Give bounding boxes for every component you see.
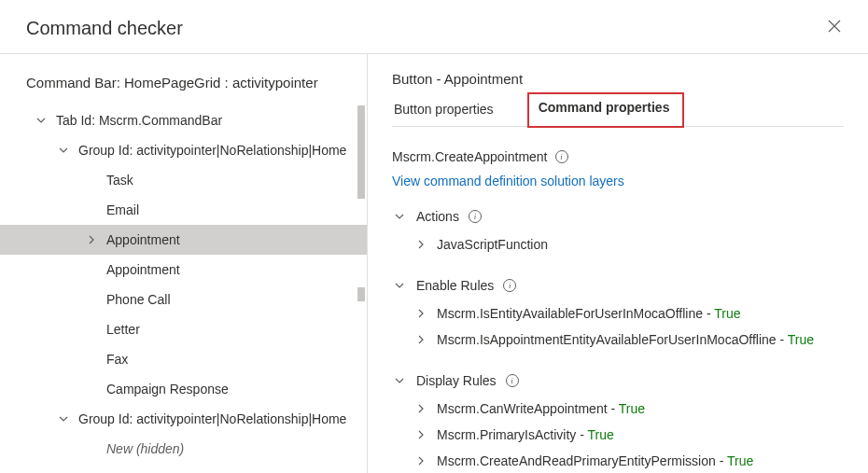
right-panel: Button - Appointment Button properties C…: [368, 54, 868, 473]
tree-label: Task: [99, 173, 133, 188]
section-header[interactable]: Actions i: [392, 209, 844, 224]
command-name: Mscrm.CreateAppointment: [392, 149, 548, 164]
dialog-title: Command checker: [26, 18, 183, 39]
rule-item[interactable]: Mscrm.CreateAndReadPrimaryEntityPermissi…: [392, 448, 844, 473]
tree-item-appointment[interactable]: Appointment: [0, 225, 367, 255]
chevron-down-icon: [392, 373, 407, 388]
actions-section: Actions i JavaScriptFunction: [392, 209, 844, 257]
tree-label: Fax: [99, 352, 128, 367]
rule-name: Mscrm.IsAppointmentEntityAvailableForUse…: [437, 332, 777, 347]
tree-item-campaign[interactable]: Campaign Response: [0, 374, 367, 404]
info-icon[interactable]: i: [506, 374, 519, 387]
action-label: JavaScriptFunction: [437, 237, 548, 252]
display-rules-section: Display Rules i Mscrm.CanWriteAppointmen…: [392, 373, 844, 473]
close-icon: [827, 19, 842, 37]
rule-value: True: [788, 332, 814, 347]
scrollbar-thumb[interactable]: [357, 105, 365, 199]
command-name-row: Mscrm.CreateAppointment i: [392, 149, 844, 164]
chevron-right-icon: [84, 232, 99, 247]
tree-label: Email: [99, 202, 139, 217]
rule-name: Mscrm.PrimaryIsActivity: [437, 427, 576, 442]
button-title: Button - Appointment: [392, 71, 844, 87]
tree-item-new-hidden[interactable]: New (hidden): [0, 434, 367, 464]
left-panel: Command Bar: HomePageGrid : activitypoin…: [0, 54, 368, 473]
chevron-right-icon: [416, 237, 426, 252]
section-header[interactable]: Display Rules i: [392, 373, 844, 388]
chevron-right-icon: [416, 453, 426, 468]
breadcrumb-title: Command Bar: HomePageGrid : activitypoin…: [0, 71, 367, 105]
rule-value: True: [619, 401, 645, 416]
tree-label: Appointment: [99, 232, 180, 247]
action-item[interactable]: JavaScriptFunction: [392, 231, 844, 257]
tree-label: Appointment: [99, 262, 180, 277]
chevron-down-icon: [56, 143, 71, 158]
section-header[interactable]: Enable Rules i: [392, 278, 844, 293]
dialog-header: Command checker: [0, 0, 868, 54]
content: Command Bar: HomePageGrid : activitypoin…: [0, 54, 868, 473]
section-label: Actions: [416, 209, 459, 224]
info-icon[interactable]: i: [503, 279, 516, 292]
tree-item-appointment-2[interactable]: Appointment: [0, 255, 367, 285]
tree-label: Group Id: activitypointer|NoRelationship…: [71, 143, 346, 158]
tree-item-task[interactable]: Task: [0, 165, 367, 195]
tree-label: Group Id: activitypointer|NoRelationship…: [71, 411, 346, 426]
section-label: Display Rules: [416, 373, 497, 388]
tree: Tab Id: Mscrm.CommandBar Group Id: activ…: [0, 105, 367, 464]
chevron-right-icon: [416, 401, 426, 416]
rule-value: True: [727, 453, 753, 468]
tab-command-properties[interactable]: Command properties: [527, 92, 685, 128]
tree-label: Campaign Response: [99, 382, 229, 396]
tabs: Button properties Command properties: [392, 94, 844, 127]
tab-button-properties[interactable]: Button properties: [392, 94, 509, 126]
tree-item-letter[interactable]: Letter: [0, 314, 367, 344]
chevron-down-icon: [56, 411, 71, 426]
chevron-right-icon: [416, 306, 426, 321]
tree-item-fax[interactable]: Fax: [0, 344, 367, 374]
rule-value: True: [588, 427, 614, 442]
chevron-right-icon: [416, 427, 426, 442]
tree-label: New (hidden): [99, 441, 184, 456]
rule-value: True: [714, 306, 740, 321]
chevron-down-icon: [34, 113, 49, 128]
rule-item[interactable]: Mscrm.CanWriteAppointment - True: [392, 396, 844, 422]
rule-item[interactable]: Mscrm.IsEntityAvailableForUserInMocaOffl…: [392, 300, 844, 327]
rule-name: Mscrm.CreateAndReadPrimaryEntityPermissi…: [437, 453, 716, 468]
scrollbar-thumb[interactable]: [357, 287, 365, 301]
rule-item[interactable]: Mscrm.IsAppointmentEntityAvailableForUse…: [392, 327, 844, 353]
close-button[interactable]: [823, 15, 846, 42]
rule-name: Mscrm.CanWriteAppointment: [437, 401, 608, 416]
tree-item-phonecall[interactable]: Phone Call: [0, 285, 367, 314]
tree-tab[interactable]: Tab Id: Mscrm.CommandBar: [0, 105, 367, 135]
rule-item[interactable]: Mscrm.PrimaryIsActivity - True: [392, 422, 844, 448]
tree-label: Phone Call: [99, 292, 171, 307]
tree-label: Tab Id: Mscrm.CommandBar: [49, 113, 222, 128]
rule-name: Mscrm.IsEntityAvailableForUserInMocaOffl…: [437, 306, 703, 321]
chevron-right-icon: [416, 332, 426, 347]
enable-rules-section: Enable Rules i Mscrm.IsEntityAvailableFo…: [392, 278, 844, 353]
chevron-down-icon: [392, 278, 407, 293]
view-solution-layers-link[interactable]: View command definition solution layers: [392, 174, 844, 188]
chevron-down-icon: [392, 209, 407, 224]
tree-group[interactable]: Group Id: activitypointer|NoRelationship…: [0, 404, 367, 434]
tree-group[interactable]: Group Id: activitypointer|NoRelationship…: [0, 135, 367, 165]
info-icon[interactable]: i: [469, 210, 482, 223]
tree-label: Letter: [99, 322, 140, 337]
tree-item-email[interactable]: Email: [0, 195, 367, 225]
info-icon[interactable]: i: [555, 150, 568, 163]
section-label: Enable Rules: [416, 278, 494, 293]
